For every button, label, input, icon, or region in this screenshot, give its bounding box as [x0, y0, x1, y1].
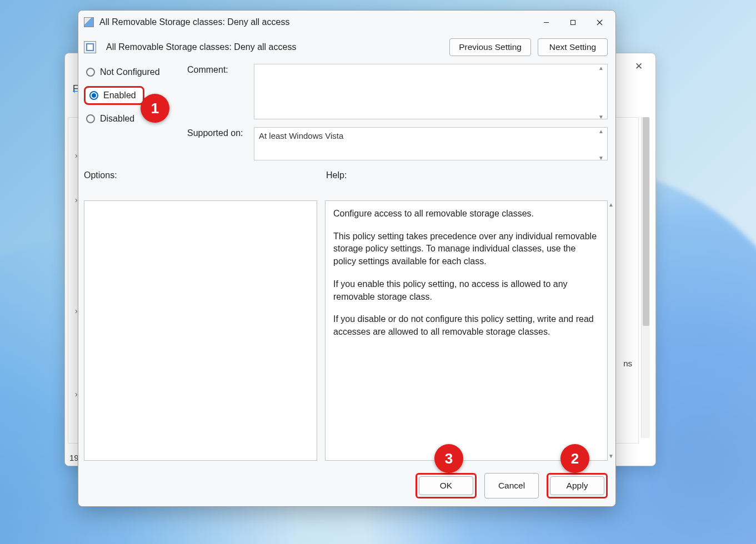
svg-rect-1 [570, 20, 575, 24]
supported-label: Supported on: [187, 127, 246, 163]
close-button[interactable] [587, 14, 612, 31]
radio-label: Enabled [103, 90, 136, 100]
header-row: All Removable Storage classes: Deny all … [78, 34, 615, 61]
ok-highlight: OK [415, 473, 477, 498]
radio-label: Not Configured [100, 67, 160, 77]
help-paragraph: If you enable this policy setting, no ac… [333, 278, 599, 303]
bg-scrollbar[interactable] [641, 117, 650, 438]
apply-highlight: Apply [547, 473, 608, 498]
options-label: Options: [84, 170, 317, 180]
supported-textarea [254, 127, 608, 160]
options-pane [84, 200, 317, 461]
dialog-button-row: OK Cancel Apply [78, 467, 615, 506]
comment-label: Comment: [187, 64, 246, 122]
help-label: Help: [326, 170, 608, 180]
callout-2: 2 [560, 444, 589, 473]
help-paragraph: Configure access to all removable storag… [333, 208, 599, 220]
next-setting-button[interactable]: Next Setting [538, 38, 608, 56]
supported-scroll-arrows[interactable]: ▲▼ [598, 129, 606, 161]
radio-enabled[interactable]: Enabled [87, 89, 138, 102]
apply-button[interactable]: Apply [550, 476, 604, 495]
bg-close-button[interactable]: ✕ [627, 58, 651, 74]
bg-cut-text: ns [623, 359, 632, 368]
cancel-button[interactable]: Cancel [484, 473, 539, 498]
window-title: All Removable Storage classes: Deny all … [99, 17, 532, 27]
policy-icon [84, 41, 96, 53]
radio-label: Disabled [100, 114, 134, 124]
callout-1: 1 [141, 94, 169, 123]
policy-name: All Removable Storage classes: Deny all … [106, 42, 443, 52]
radio-not-configured[interactable]: Not Configured [84, 66, 178, 78]
help-pane: Configure access to all removable storag… [325, 200, 608, 461]
callout-3: 3 [434, 444, 463, 473]
policy-dialog: All Removable Storage classes: Deny all … [78, 10, 616, 507]
maximize-button[interactable] [560, 14, 585, 31]
titlebar: All Removable Storage classes: Deny all … [78, 11, 615, 34]
help-scroll-arrows[interactable]: ▲▼ [608, 201, 618, 460]
ok-button[interactable]: OK [419, 476, 473, 495]
help-paragraph: This policy setting takes precedence ove… [333, 230, 599, 268]
enabled-highlight: Enabled [84, 86, 144, 105]
comment-textarea[interactable] [254, 64, 608, 119]
titlebar-icon [84, 17, 94, 27]
minimize-button[interactable] [533, 14, 559, 31]
previous-setting-button[interactable]: Previous Setting [449, 38, 531, 56]
help-paragraph: If you disable or do not configure this … [333, 313, 599, 338]
comment-scroll-arrows[interactable]: ▲▼ [598, 66, 606, 120]
